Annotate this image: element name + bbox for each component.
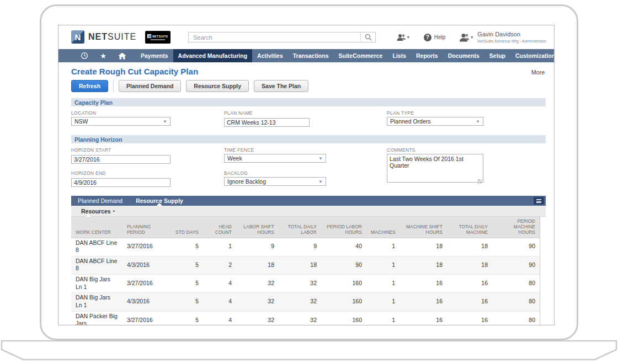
column-header[interactable]: MACHINE SHIFT HOURS [399,217,447,238]
column-header[interactable]: MACHINES [366,217,399,238]
table-row[interactable]: DAN ABCF Line 83/27/20165199401181890 [71,238,540,256]
column-header[interactable]: LABOR SHIFT HOURS [236,217,279,238]
table-scrollbar-track[interactable] [540,217,546,325]
horizon-end-input[interactable] [71,178,171,187]
table-cell: 16 [399,275,447,293]
table-cell: 1 [203,238,236,256]
resource-supply-button[interactable]: Resource Supply [186,80,249,92]
nav-item-lists[interactable]: Lists [387,49,411,62]
column-header[interactable]: PERIOD MACHINE HOURS [492,217,540,238]
nav-items: PaymentsAdvanced ManufacturingActivities… [136,49,555,62]
comments-textarea[interactable]: Last Two Weeks Of 2016 1st Quarter [387,154,483,183]
location-label: LOCATION [71,110,171,116]
column-header[interactable]: HEAD COUNT [203,217,236,238]
search-icon[interactable] [361,34,375,41]
user-info: Gavin Davidson NetSuite Advance Mfg - Ad… [477,31,546,44]
roles-menu[interactable]: ▾ [396,34,409,41]
button-divider [113,80,114,92]
table-cell: 2 [203,256,236,274]
user-avatar[interactable]: ▾ [459,33,473,42]
table-cell: 90 [492,238,540,256]
subtab-strip: Planned Demand Resource Supply [71,196,546,206]
table-cell: 16 [447,275,492,293]
refresh-button[interactable]: Refresh [71,80,108,92]
table-cell: 4 [203,293,236,311]
table-row[interactable]: DAN Big Jars Ln 14/3/2016543232160116168… [71,293,540,311]
planned-demand-button[interactable]: Planned Demand [119,80,181,92]
netsuite-partner-badge: NETSUITE [145,31,171,44]
list-view-icon[interactable] [534,197,544,205]
search-input[interactable] [189,34,360,41]
column-header[interactable]: STD DAYS [169,217,203,238]
nav-item-reports[interactable]: Reports [411,49,443,62]
resize-grip-icon[interactable] [478,179,482,184]
table-cell: 18 [236,256,279,274]
tab-resource-supply[interactable]: Resource Supply [129,196,190,206]
resources-menu[interactable]: Resources [81,208,111,215]
nav-item-transactions[interactable]: Transactions [288,49,334,62]
table-cell: 9 [279,238,321,256]
save-plan-button[interactable]: Save The Plan [254,80,308,92]
netsuite-wordmark: NETSUITE [88,32,136,42]
table-cell: 5 [169,311,203,325]
table-cell: 1 [366,275,399,293]
nav-item-documents[interactable]: Documents [443,49,484,62]
plan-type-select[interactable]: Planned Orders ▼ [387,117,483,126]
nav-item-payments[interactable]: Payments [136,49,173,62]
resources-subtab-bar: Resources • [71,206,546,217]
table-cell: 32 [236,275,279,293]
table-cell: 160 [321,293,366,311]
table-cell: DAN ABCF Line 8 [71,256,122,274]
column-header[interactable]: TOTAL DAILY MACHINE [447,217,492,238]
nav-item-advanced-manufacturing[interactable]: Advanced Manufacturing [173,49,252,62]
table-row[interactable]: DAN ABCF Line 84/3/2016521818901181890 [71,256,540,274]
table-cell: 4/3/2016 [122,256,169,274]
table-row[interactable]: DAN Big Jars Ln 13/27/201654323216011616… [71,275,540,293]
main-navbar: ★ PaymentsAdvanced ManufacturingActiviti… [58,49,554,62]
recent-records-icon[interactable] [75,49,94,62]
backlog-select[interactable]: Ignore Backlog ▼ [224,177,326,186]
column-header[interactable]: PERIOD LABOR HOURS [321,217,366,238]
table-cell: 18 [447,238,492,256]
table-cell: 1 [366,256,399,274]
location-select[interactable]: NSW ▼ [71,117,171,126]
chevron-down-icon: ▾ [471,35,473,40]
table-cell: 16 [399,293,447,311]
dropdown-arrow-icon: ▼ [163,119,167,124]
table-cell: 18 [279,256,321,274]
page-title: Create Rough Cut Capacity Plan [71,67,198,76]
nav-item-customization[interactable]: Customization [510,49,555,62]
table-cell: 32 [279,275,321,293]
nav-item-suitecommerce[interactable]: SuiteCommerce [334,49,388,62]
global-search [188,32,376,42]
column-header[interactable]: PLANNING PERIOD [122,217,169,238]
horizon-start-input[interactable] [71,155,171,164]
table-cell: DAN ABCF Line 8 [71,238,122,256]
time-fence-select[interactable]: Week ▼ [224,154,326,163]
column-header[interactable]: WORK CENTER [71,217,122,238]
nav-item-setup[interactable]: Setup [484,49,510,62]
table-cell: 40 [321,238,366,256]
plan-name-label: PLAN NAME [224,110,310,116]
plan-name-input[interactable] [224,118,310,127]
dropdown-arrow-icon: ▼ [318,179,323,184]
table-cell: 160 [321,311,366,325]
table-cell: 32 [236,293,279,311]
table-cell: 160 [321,275,366,293]
table-cell: 4/3/2016 [122,293,169,311]
table-cell: 1 [366,238,399,256]
time-fence-label: TIME FENCE [224,147,326,153]
shortcuts-star-icon[interactable]: ★ [94,49,113,62]
netsuite-logo-icon: N [71,30,84,44]
tab-planned-demand[interactable]: Planned Demand [71,196,129,206]
table-cell: 3/27/2016 [122,311,169,325]
nav-item-activities[interactable]: Activities [252,49,288,62]
netsuite-logo[interactable]: N NETSUITE [71,30,136,44]
table-cell: 3/27/2016 [122,238,169,256]
more-link[interactable]: More [531,69,545,76]
home-icon[interactable] [113,49,131,62]
column-header[interactable]: TOTAL DAILY LABOR [279,217,321,238]
table-row[interactable]: DAN Packer Big Jars3/27/2016543232160116… [71,311,540,325]
chevron-down-icon: ▾ [407,35,409,40]
help-menu[interactable]: ? Help [424,34,446,41]
